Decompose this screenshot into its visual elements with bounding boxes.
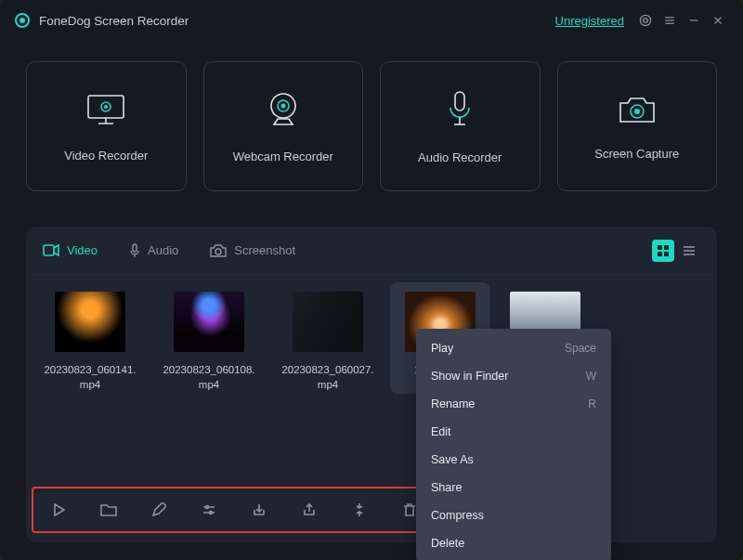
monitor-icon	[85, 91, 127, 132]
mode-label: Screen Capture	[594, 147, 679, 161]
mode-video[interactable]: Video Recorder	[26, 61, 187, 191]
library-toolbar	[32, 487, 437, 533]
context-menu-item[interactable]: Compress	[416, 501, 611, 529]
context-menu-label: Delete	[431, 537, 464, 550]
minimize-icon[interactable]	[682, 8, 706, 33]
edit-icon[interactable]	[147, 498, 171, 522]
microphone-icon	[446, 89, 474, 134]
svg-rect-16	[455, 92, 464, 111]
close-icon[interactable]	[706, 8, 730, 33]
context-menu-item[interactable]: Share	[416, 474, 611, 501]
tab-label: Audio	[148, 243, 178, 257]
context-menu-item[interactable]: Save As	[416, 446, 611, 474]
svg-rect-25	[658, 245, 662, 250]
context-menu-shortcut: W	[586, 370, 596, 383]
svg-rect-26	[664, 245, 669, 250]
play-icon[interactable]	[46, 498, 71, 522]
context-menu-label: Rename	[431, 397, 475, 410]
context-menu-label: Compress	[431, 509, 484, 522]
library-panel: Video Audio Screenshot	[26, 227, 717, 542]
mode-capture[interactable]: Screen Capture	[557, 61, 718, 191]
context-menu-label: Save As	[431, 453, 474, 466]
tab-audio[interactable]: Audio	[129, 243, 178, 258]
title-bar: FoneDog Screen Recorder Unregistered	[0, 0, 743, 41]
thumbnail	[55, 292, 125, 352]
svg-point-20	[634, 109, 640, 114]
camera-icon	[616, 93, 658, 130]
grid-view-icon[interactable]	[652, 240, 674, 262]
svg-point-1	[640, 15, 650, 25]
library-item[interactable]: 20230823_060027.mp4	[279, 292, 377, 392]
share-icon[interactable]	[297, 498, 321, 522]
context-menu: PlaySpaceShow in FinderWRenameREditSave …	[416, 329, 611, 560]
svg-rect-22	[133, 244, 137, 252]
mode-label: Video Recorder	[64, 149, 148, 163]
mode-cards: Video Recorder Webcam Recorder Audio Rec…	[0, 41, 743, 210]
context-menu-shortcut: Space	[565, 342, 596, 355]
svg-rect-21	[44, 245, 54, 255]
context-menu-item[interactable]: Show in FinderW	[416, 362, 611, 390]
library-tabs: Video Audio Screenshot	[26, 227, 717, 275]
video-icon	[43, 244, 59, 256]
tab-screenshot[interactable]: Screenshot	[210, 243, 295, 257]
save-icon[interactable]	[247, 498, 271, 522]
library-item[interactable]: 20230823_060108.mp4	[160, 292, 258, 392]
compress-icon[interactable]	[347, 498, 372, 522]
menu-icon[interactable]	[658, 8, 682, 33]
context-menu-item[interactable]: Delete	[416, 529, 611, 557]
app-window: FoneDog Screen Recorder Unregistered	[0, 0, 743, 560]
svg-point-24	[215, 249, 221, 254]
library-item[interactable]: 20230823_060141.mp4	[41, 292, 139, 392]
mode-audio[interactable]: Audio Recorder	[380, 61, 541, 191]
context-menu-label: Play	[431, 342, 453, 355]
svg-point-12	[104, 105, 108, 109]
library-grid: 20230823_060141.mp4 20230823_060108.mp4 …	[26, 275, 717, 542]
context-menu-label: Show in Finder	[431, 370, 508, 383]
settings-icon[interactable]	[633, 8, 658, 33]
context-menu-shortcut: R	[588, 397, 596, 410]
folder-icon[interactable]	[97, 498, 121, 522]
tab-label: Screenshot	[234, 243, 295, 257]
context-menu-item[interactable]: RenameR	[416, 390, 611, 418]
camera-small-icon	[210, 244, 227, 257]
tab-label: Video	[67, 243, 98, 257]
mode-webcam[interactable]: Webcam Recorder	[203, 61, 364, 191]
svg-rect-27	[658, 252, 662, 256]
mode-label: Audio Recorder	[418, 150, 502, 164]
app-logo-icon	[15, 13, 30, 28]
svg-point-0	[644, 19, 648, 23]
app-title: FoneDog Screen Recorder	[39, 14, 189, 28]
thumbnail	[293, 292, 363, 352]
register-link[interactable]: Unregistered	[555, 14, 624, 28]
sliders-icon[interactable]	[197, 498, 221, 522]
context-menu-label: Share	[431, 481, 462, 494]
svg-point-15	[280, 103, 285, 108]
svg-rect-28	[664, 252, 669, 256]
tab-video[interactable]: Video	[43, 243, 98, 257]
mode-label: Webcam Recorder	[233, 150, 333, 163]
file-name: 20230823_060141.mp4	[41, 363, 139, 392]
webcam-icon	[263, 90, 304, 133]
file-name: 20230823_060027.mp4	[279, 363, 377, 392]
file-name: 20230823_060108.mp4	[160, 363, 258, 392]
list-view-icon[interactable]	[678, 240, 700, 262]
view-toggle	[652, 240, 700, 262]
context-menu-label: Edit	[431, 425, 451, 438]
microphone-small-icon	[129, 243, 140, 258]
thumbnail	[174, 292, 244, 352]
context-menu-item[interactable]: PlaySpace	[416, 334, 611, 362]
context-menu-item[interactable]: Edit	[416, 418, 611, 446]
